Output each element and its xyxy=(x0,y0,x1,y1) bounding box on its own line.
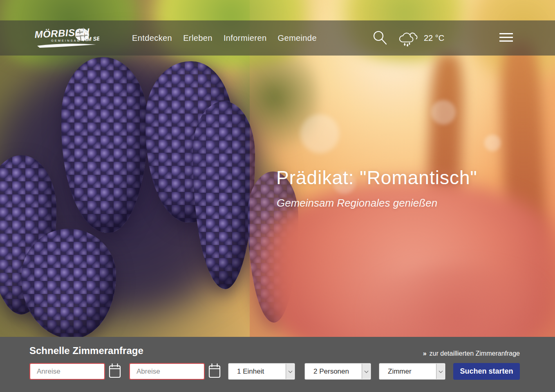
search-start-button[interactable]: Suchen starten xyxy=(453,363,520,380)
menu-button[interactable] xyxy=(499,33,513,42)
search-button[interactable] xyxy=(371,29,389,47)
nav-entdecken[interactable]: Entdecken xyxy=(132,33,172,43)
units-select-value: 1 Einheit xyxy=(228,368,285,376)
logo-graphic: MÖRBISCH GEMEINSAM AM SEE xyxy=(35,27,99,52)
weather-widget[interactable]: 22 °C xyxy=(397,20,444,56)
nav-gemeinde[interactable]: Gemeinde xyxy=(278,33,316,43)
departure-input[interactable] xyxy=(129,363,205,380)
arrival-calendar-button[interactable] xyxy=(109,363,121,380)
booking-heading: Schnelle Zimmeranfrage xyxy=(29,345,143,356)
chevron-down-icon xyxy=(286,364,294,379)
logo-subtitle: GEMEINSAM xyxy=(51,39,81,42)
booking-bar: Schnelle Zimmeranfrage »zur detaillierte… xyxy=(0,337,555,392)
logo-suffix: AM SEE xyxy=(82,35,99,42)
nav-erleben[interactable]: Erleben xyxy=(183,33,213,43)
hamburger-icon xyxy=(499,33,513,34)
arrival-input[interactable] xyxy=(29,363,105,380)
detailed-request-link[interactable]: »zur detaillierten Zimmeranfrage xyxy=(423,350,520,357)
search-icon xyxy=(371,29,389,47)
nav-informieren[interactable]: Informieren xyxy=(224,33,267,43)
site-logo[interactable]: MÖRBISCH GEMEINSAM AM SEE xyxy=(35,27,99,53)
main-navigation: Entdecken Erleben Informieren Gemeinde xyxy=(132,20,317,56)
cloud-rain-icon xyxy=(397,29,418,47)
temperature-value: 22 °C xyxy=(424,33,444,43)
hero-title: Prädikat: "Romantisch" xyxy=(276,167,477,189)
calendar-icon xyxy=(109,363,121,379)
page: Prädikat: "Romantisch" Gemeinsam Regiona… xyxy=(0,0,555,392)
hero-subtitle: Gemeinsam Regionales genießen xyxy=(277,197,437,209)
departure-calendar-button[interactable] xyxy=(208,363,221,380)
detailed-request-label: zur detaillierten Zimmeranfrage xyxy=(430,350,520,357)
chevron-down-icon xyxy=(362,364,370,379)
room-select[interactable]: Zimmer xyxy=(379,363,445,380)
header: MÖRBISCH GEMEINSAM AM SEE Entdecken Erle… xyxy=(0,20,555,56)
persons-select[interactable]: 2 Personen xyxy=(304,363,371,380)
chevron-down-icon xyxy=(436,364,445,379)
link-arrow-icon: » xyxy=(423,350,427,357)
units-select[interactable]: 1 Einheit xyxy=(228,363,295,380)
persons-select-value: 2 Personen xyxy=(305,368,361,376)
room-select-value: Zimmer xyxy=(379,368,436,376)
calendar-icon xyxy=(208,363,221,379)
